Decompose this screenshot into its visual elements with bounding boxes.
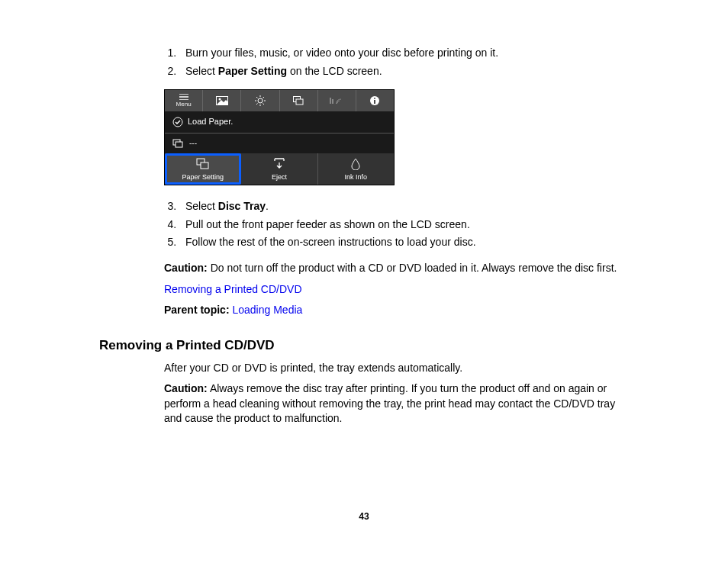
lcd-paper-setting-btn: Paper Setting xyxy=(165,153,241,185)
svg-rect-13 xyxy=(330,98,331,104)
after-text: After your CD or DVD is printed, the tra… xyxy=(164,361,629,376)
cascade-icon xyxy=(293,96,304,105)
step-5: Follow the rest of the on-screen instruc… xyxy=(179,235,629,250)
menu-icon xyxy=(179,94,188,100)
svg-line-10 xyxy=(263,97,264,98)
parent-topic-label: Parent topic: xyxy=(164,304,230,316)
lcd-status-row: Load Paper. xyxy=(165,111,394,133)
svg-rect-14 xyxy=(332,99,333,104)
paper-icon xyxy=(172,139,183,148)
caution-1-text: Do not turn off the product with a CD or… xyxy=(208,262,617,274)
lcd-info-cell xyxy=(356,90,394,111)
parent-topic: Parent topic: Loading Media xyxy=(164,303,629,318)
caution-1-label: Caution: xyxy=(164,262,208,274)
page-number: 43 xyxy=(99,510,629,523)
step-2-bold: Paper Setting xyxy=(218,65,287,77)
paper-setting-icon xyxy=(196,158,210,170)
eject-icon xyxy=(272,158,286,170)
lcd-status-text: Load Paper. xyxy=(188,116,233,127)
brightness-icon xyxy=(255,95,266,106)
step-1: Burn your files, music, or video onto yo… xyxy=(179,46,629,61)
step-3-text-a: Select xyxy=(185,200,218,212)
wifi-icon xyxy=(329,96,344,105)
svg-rect-20 xyxy=(176,142,182,147)
lcd-sub-text: --- xyxy=(189,138,197,149)
caution-2-label: Caution: xyxy=(164,382,208,394)
svg-rect-12 xyxy=(296,99,303,105)
caution-2-text: Always remove the disc tray after printi… xyxy=(164,382,615,424)
caution-1: Caution: Do not turn off the product wit… xyxy=(164,261,629,276)
lcd-photo-cell xyxy=(203,90,241,111)
svg-point-2 xyxy=(258,98,263,103)
photo-icon xyxy=(216,96,228,105)
lcd-wifi-cell xyxy=(318,90,356,111)
lcd-ink-label: Ink Info xyxy=(318,172,394,182)
svg-rect-17 xyxy=(374,100,375,104)
step-3: Select Disc Tray. xyxy=(179,199,629,214)
svg-rect-22 xyxy=(201,162,208,169)
lcd-menu-label: Menu xyxy=(176,100,192,108)
lcd-eject-label: Eject xyxy=(241,172,317,182)
lcd-ink-btn: Ink Info xyxy=(318,153,394,185)
lcd-cascade-cell xyxy=(280,90,318,111)
svg-point-16 xyxy=(374,98,375,99)
ink-icon xyxy=(350,158,361,170)
svg-line-7 xyxy=(256,97,258,98)
svg-point-1 xyxy=(218,98,221,101)
svg-line-8 xyxy=(263,104,264,105)
lcd-topbar: Menu xyxy=(165,90,394,111)
lcd-brightness-cell xyxy=(241,90,279,111)
lcd-sub-row: --- xyxy=(165,134,394,153)
step-3-bold: Disc Tray xyxy=(218,200,266,212)
lcd-screenshot: Menu Load Paper. --- xyxy=(164,89,395,185)
steps-list-2: Select Disc Tray. Pull out the front pap… xyxy=(164,199,629,250)
step-2: Select Paper Setting on the LCD screen. xyxy=(179,64,629,79)
lcd-menu-cell: Menu xyxy=(165,90,203,111)
steps-list-1: Burn your files, music, or video onto yo… xyxy=(164,46,629,79)
caution-2: Caution: Always remove the disc tray aft… xyxy=(164,381,629,426)
lcd-paper-setting-label: Paper Setting xyxy=(165,172,240,182)
lcd-bottom-row: Paper Setting Eject Ink Info xyxy=(165,153,394,185)
step-4: Pull out the front paper feeder as shown… xyxy=(179,217,629,233)
info-icon xyxy=(369,95,380,106)
svg-line-9 xyxy=(256,104,258,105)
step-2-text-c: on the LCD screen. xyxy=(287,65,382,77)
step-3-text-c: . xyxy=(266,200,269,212)
step-2-text-a: Select xyxy=(185,65,218,77)
heading-removing-printed: Removing a Printed CD/DVD xyxy=(99,336,629,355)
check-icon xyxy=(172,117,183,127)
link-removing-printed[interactable]: Removing a Printed CD/DVD xyxy=(164,283,302,295)
parent-topic-link[interactable]: Loading Media xyxy=(230,304,303,316)
lcd-eject-btn: Eject xyxy=(241,153,317,185)
